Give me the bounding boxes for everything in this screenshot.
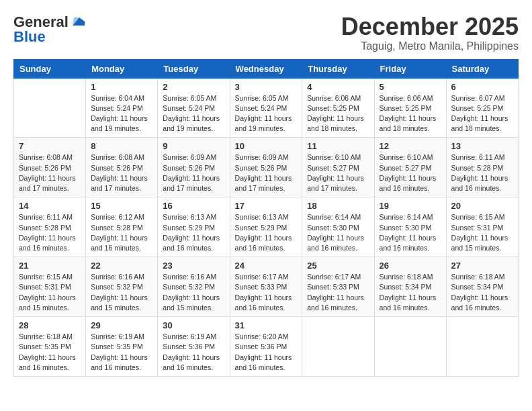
day-number: 7 bbox=[19, 141, 81, 151]
day-number: 14 bbox=[19, 201, 81, 211]
day-info: Sunrise: 6:11 AMSunset: 5:28 PMDaylight:… bbox=[19, 212, 81, 253]
weekday-header-row: SundayMondayTuesdayWednesdayThursdayFrid… bbox=[14, 59, 519, 78]
day-number: 12 bbox=[380, 141, 441, 151]
day-number: 21 bbox=[19, 261, 81, 271]
calendar-cell bbox=[302, 317, 374, 377]
calendar-cell: 8Sunrise: 6:08 AMSunset: 5:26 PMDaylight… bbox=[86, 138, 158, 197]
calendar-cell: 19Sunrise: 6:14 AMSunset: 5:30 PMDayligh… bbox=[374, 197, 446, 257]
day-number: 18 bbox=[307, 201, 369, 211]
day-number: 22 bbox=[91, 261, 152, 271]
calendar-cell: 30Sunrise: 6:19 AMSunset: 5:36 PMDayligh… bbox=[158, 317, 230, 377]
calendar-cell: 1Sunrise: 6:04 AMSunset: 5:24 PMDaylight… bbox=[86, 78, 158, 138]
day-info: Sunrise: 6:18 AMSunset: 5:35 PMDaylight:… bbox=[19, 332, 81, 373]
calendar-week-2: 7Sunrise: 6:08 AMSunset: 5:26 PMDaylight… bbox=[14, 138, 519, 197]
calendar-cell: 24Sunrise: 6:17 AMSunset: 5:33 PMDayligh… bbox=[230, 257, 302, 317]
day-info: Sunrise: 6:15 AMSunset: 5:31 PMDaylight:… bbox=[19, 272, 81, 313]
day-info: Sunrise: 6:08 AMSunset: 5:26 PMDaylight:… bbox=[91, 152, 152, 193]
day-info: Sunrise: 6:05 AMSunset: 5:24 PMDaylight:… bbox=[235, 93, 298, 134]
day-info: Sunrise: 6:05 AMSunset: 5:24 PMDaylight:… bbox=[163, 93, 224, 134]
calendar-cell bbox=[374, 317, 446, 377]
day-info: Sunrise: 6:04 AMSunset: 5:24 PMDaylight:… bbox=[91, 93, 152, 134]
calendar-cell: 14Sunrise: 6:11 AMSunset: 5:28 PMDayligh… bbox=[14, 197, 86, 257]
month-title: December 2025 bbox=[341, 13, 519, 40]
location-subtitle: Taguig, Metro Manila, Philippines bbox=[341, 40, 519, 52]
day-number: 10 bbox=[235, 141, 298, 151]
calendar-cell: 18Sunrise: 6:14 AMSunset: 5:30 PMDayligh… bbox=[302, 197, 374, 257]
day-number: 27 bbox=[451, 261, 513, 271]
calendar-cell: 21Sunrise: 6:15 AMSunset: 5:31 PMDayligh… bbox=[14, 257, 86, 317]
calendar-cell: 28Sunrise: 6:18 AMSunset: 5:35 PMDayligh… bbox=[14, 317, 86, 377]
day-number: 19 bbox=[380, 201, 441, 211]
calendar-cell: 26Sunrise: 6:18 AMSunset: 5:34 PMDayligh… bbox=[374, 257, 446, 317]
weekday-header-tuesday: Tuesday bbox=[158, 59, 230, 78]
day-info: Sunrise: 6:06 AMSunset: 5:25 PMDaylight:… bbox=[380, 93, 441, 134]
calendar-cell: 16Sunrise: 6:13 AMSunset: 5:29 PMDayligh… bbox=[158, 197, 230, 257]
calendar-cell: 5Sunrise: 6:06 AMSunset: 5:25 PMDaylight… bbox=[374, 78, 446, 138]
calendar-cell: 25Sunrise: 6:17 AMSunset: 5:33 PMDayligh… bbox=[302, 257, 374, 317]
day-info: Sunrise: 6:12 AMSunset: 5:28 PMDaylight:… bbox=[91, 212, 152, 253]
weekday-header-wednesday: Wednesday bbox=[230, 59, 302, 78]
calendar-week-4: 21Sunrise: 6:15 AMSunset: 5:31 PMDayligh… bbox=[14, 257, 519, 317]
calendar-week-3: 14Sunrise: 6:11 AMSunset: 5:28 PMDayligh… bbox=[14, 197, 519, 257]
calendar-cell: 12Sunrise: 6:10 AMSunset: 5:27 PMDayligh… bbox=[374, 138, 446, 197]
calendar-cell: 9Sunrise: 6:09 AMSunset: 5:26 PMDaylight… bbox=[158, 138, 230, 197]
calendar-cell: 23Sunrise: 6:16 AMSunset: 5:32 PMDayligh… bbox=[158, 257, 230, 317]
calendar-cell: 10Sunrise: 6:09 AMSunset: 5:26 PMDayligh… bbox=[230, 138, 302, 197]
day-number: 24 bbox=[235, 261, 298, 271]
day-info: Sunrise: 6:08 AMSunset: 5:26 PMDaylight:… bbox=[19, 152, 81, 193]
day-number: 31 bbox=[235, 320, 298, 330]
day-info: Sunrise: 6:16 AMSunset: 5:32 PMDaylight:… bbox=[163, 272, 224, 313]
weekday-header-sunday: Sunday bbox=[14, 59, 86, 78]
day-info: Sunrise: 6:17 AMSunset: 5:33 PMDaylight:… bbox=[307, 272, 369, 313]
title-block: December 2025 Taguig, Metro Manila, Phil… bbox=[341, 13, 519, 52]
weekday-header-thursday: Thursday bbox=[302, 59, 374, 78]
calendar-cell: 2Sunrise: 6:05 AMSunset: 5:24 PMDaylight… bbox=[158, 78, 230, 138]
day-info: Sunrise: 6:16 AMSunset: 5:32 PMDaylight:… bbox=[91, 272, 152, 313]
calendar-cell: 3Sunrise: 6:05 AMSunset: 5:24 PMDaylight… bbox=[230, 78, 302, 138]
day-number: 5 bbox=[380, 82, 441, 92]
day-info: Sunrise: 6:18 AMSunset: 5:34 PMDaylight:… bbox=[451, 272, 513, 313]
calendar-cell bbox=[14, 78, 86, 138]
day-number: 6 bbox=[451, 82, 513, 92]
day-number: 15 bbox=[91, 201, 152, 211]
day-number: 8 bbox=[91, 141, 152, 151]
calendar-cell: 31Sunrise: 6:20 AMSunset: 5:36 PMDayligh… bbox=[230, 317, 302, 377]
page-header: General Blue December 2025 Taguig, Metro… bbox=[13, 13, 519, 52]
day-info: Sunrise: 6:19 AMSunset: 5:36 PMDaylight:… bbox=[163, 332, 224, 373]
calendar-cell: 17Sunrise: 6:13 AMSunset: 5:29 PMDayligh… bbox=[230, 197, 302, 257]
day-info: Sunrise: 6:10 AMSunset: 5:27 PMDaylight:… bbox=[307, 152, 369, 193]
day-info: Sunrise: 6:11 AMSunset: 5:28 PMDaylight:… bbox=[451, 152, 513, 193]
day-info: Sunrise: 6:13 AMSunset: 5:29 PMDaylight:… bbox=[163, 212, 224, 253]
calendar-cell: 15Sunrise: 6:12 AMSunset: 5:28 PMDayligh… bbox=[86, 197, 158, 257]
day-info: Sunrise: 6:20 AMSunset: 5:36 PMDaylight:… bbox=[235, 332, 298, 373]
calendar-cell: 27Sunrise: 6:18 AMSunset: 5:34 PMDayligh… bbox=[446, 257, 518, 317]
weekday-header-monday: Monday bbox=[86, 59, 158, 78]
day-info: Sunrise: 6:19 AMSunset: 5:35 PMDaylight:… bbox=[91, 332, 152, 373]
logo: General Blue bbox=[13, 13, 85, 46]
day-info: Sunrise: 6:13 AMSunset: 5:29 PMDaylight:… bbox=[235, 212, 298, 253]
day-number: 23 bbox=[163, 261, 224, 271]
calendar-cell: 13Sunrise: 6:11 AMSunset: 5:28 PMDayligh… bbox=[446, 138, 518, 197]
calendar-cell: 29Sunrise: 6:19 AMSunset: 5:35 PMDayligh… bbox=[86, 317, 158, 377]
day-info: Sunrise: 6:09 AMSunset: 5:26 PMDaylight:… bbox=[163, 152, 224, 193]
day-number: 30 bbox=[163, 320, 224, 330]
day-info: Sunrise: 6:06 AMSunset: 5:25 PMDaylight:… bbox=[307, 93, 369, 134]
calendar-cell: 4Sunrise: 6:06 AMSunset: 5:25 PMDaylight… bbox=[302, 78, 374, 138]
calendar-cell: 20Sunrise: 6:15 AMSunset: 5:31 PMDayligh… bbox=[446, 197, 518, 257]
calendar-cell: 11Sunrise: 6:10 AMSunset: 5:27 PMDayligh… bbox=[302, 138, 374, 197]
weekday-header-friday: Friday bbox=[374, 59, 446, 78]
day-info: Sunrise: 6:15 AMSunset: 5:31 PMDaylight:… bbox=[451, 212, 513, 253]
calendar-week-1: 1Sunrise: 6:04 AMSunset: 5:24 PMDaylight… bbox=[14, 78, 519, 138]
day-info: Sunrise: 6:09 AMSunset: 5:26 PMDaylight:… bbox=[235, 152, 298, 193]
calendar-cell bbox=[446, 317, 518, 377]
day-number: 16 bbox=[163, 201, 224, 211]
day-number: 13 bbox=[451, 141, 513, 151]
day-number: 3 bbox=[235, 82, 298, 92]
day-info: Sunrise: 6:17 AMSunset: 5:33 PMDaylight:… bbox=[235, 272, 298, 313]
day-number: 11 bbox=[307, 141, 369, 151]
calendar-week-5: 28Sunrise: 6:18 AMSunset: 5:35 PMDayligh… bbox=[14, 317, 519, 377]
weekday-header-saturday: Saturday bbox=[446, 59, 518, 78]
calendar-cell: 7Sunrise: 6:08 AMSunset: 5:26 PMDaylight… bbox=[14, 138, 86, 197]
day-info: Sunrise: 6:14 AMSunset: 5:30 PMDaylight:… bbox=[380, 212, 441, 253]
logo-icon bbox=[70, 16, 85, 27]
